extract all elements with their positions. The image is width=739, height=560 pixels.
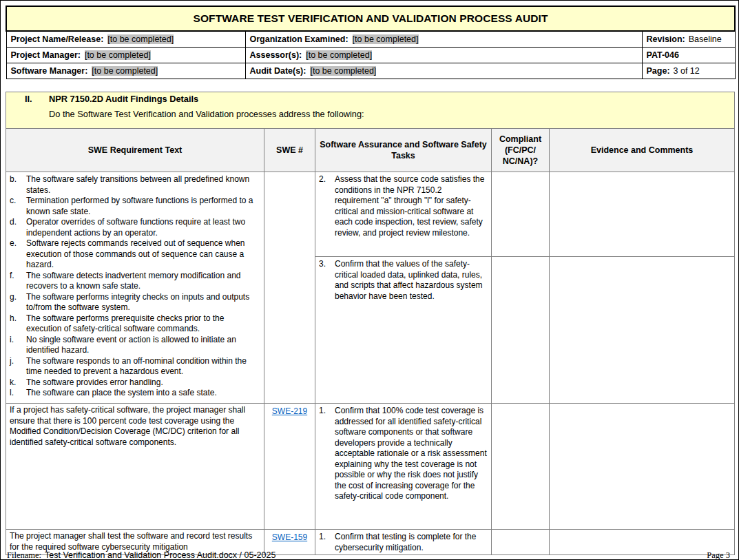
list-text: The software responds to an off-nominal …	[26, 356, 260, 377]
evidence-cell[interactable]	[550, 404, 735, 530]
assessor-placeholder[interactable]: [to be completed]	[306, 50, 372, 60]
task-cell-loaded-data: 3.Confirm that the values of the safety-…	[315, 257, 492, 404]
assessor-label: Assessor(s):	[250, 50, 302, 60]
project-name-label: Project Name/Release:	[11, 34, 104, 44]
section-number: II.	[25, 94, 49, 105]
task-cell-code-coverage: 1.Confirm that 100% code test coverage i…	[315, 404, 492, 530]
task-cell-source-code: 2.Assess that the source code satisfies …	[315, 172, 492, 257]
task-number: 1.	[319, 406, 335, 502]
organization-cell: Organization Examined:[to be completed]	[245, 31, 642, 48]
compliant-header-line1: Compliant	[495, 134, 546, 145]
swe-number-cell-empty	[264, 172, 315, 404]
findings-table: II. NPR 7150.2D Audit Findings Details D…	[6, 92, 735, 555]
column-header-requirement: SWE Requirement Text	[6, 129, 264, 172]
organization-label: Organization Examined:	[250, 34, 348, 44]
list-text: The software can place the system into a…	[26, 388, 260, 399]
revision-cell: Revision:Baseline	[642, 31, 735, 48]
audit-date-cell: Audit Date(s):[to be completed]	[245, 63, 642, 79]
swe-number-cell: SWE-219	[264, 404, 315, 530]
task-text: Confirm that 100% code test coverage is …	[335, 406, 488, 502]
list-text: The software performs prerequisite check…	[26, 313, 260, 335]
pat-number-cell: PAT-046	[642, 48, 735, 63]
page-number-value: 3 of 12	[674, 66, 700, 76]
list-letter: f.	[10, 271, 26, 292]
page-number-label: Page:	[647, 66, 670, 76]
revision-value: Baseline	[689, 34, 722, 44]
list-letter: h.	[10, 313, 26, 335]
filename-label: Filename:	[7, 550, 41, 560]
document-title: SOFTWARE TEST VERIFICATION AND VALIDATIO…	[6, 6, 735, 31]
compliant-cell[interactable]	[492, 404, 550, 530]
audit-document-page: SOFTWARE TEST VERIFICATION AND VALIDATIO…	[0, 0, 739, 560]
audit-date-placeholder[interactable]: [to be completed]	[310, 66, 376, 76]
swe-219-link[interactable]: SWE-219	[272, 406, 307, 417]
project-name-cell: Project Name/Release:[to be completed]	[6, 31, 245, 48]
section-banner: II. NPR 7150.2D Audit Findings Details D…	[6, 92, 735, 129]
list-text: No single software event or action is al…	[26, 335, 260, 356]
footer-page-number: Page 3	[707, 550, 730, 560]
list-text: The software performs integrity checks o…	[26, 292, 260, 313]
list-letter: b.	[10, 174, 26, 196]
software-manager-cell: Software Manager:[to be completed]	[6, 63, 245, 79]
list-letter: c.	[10, 196, 26, 217]
swe-159-link[interactable]: SWE-159	[272, 532, 307, 543]
revision-label: Revision:	[647, 34, 685, 44]
list-text: The software detects inadvertent memory …	[26, 271, 260, 292]
task-text: Confirm that the values of the safety-cr…	[335, 259, 488, 302]
column-header-compliant: Compliant (FC/PC/ NC/NA)?	[492, 129, 550, 172]
list-letter: l.	[10, 388, 26, 399]
list-letter: e.	[10, 238, 26, 271]
assessor-cell: Assessor(s):[to be completed]	[245, 48, 642, 63]
list-letter: k.	[10, 377, 26, 388]
section-heading: NPR 7150.2D Audit Findings Details	[49, 94, 198, 105]
list-letter: i.	[10, 335, 26, 356]
evidence-cell[interactable]	[550, 257, 735, 404]
list-text: Termination performed by software functi…	[26, 196, 260, 217]
compliant-cell[interactable]	[492, 172, 550, 257]
project-name-placeholder[interactable]: [to be completed]	[107, 34, 174, 44]
list-text: Operator overrides of software functions…	[26, 217, 260, 238]
requirement-cell-safety-list: b.The software safely transitions betwee…	[6, 172, 264, 404]
table-row: b.The software safely transitions betwee…	[6, 172, 735, 257]
project-manager-cell: Project Manager:[to be completed]	[6, 48, 245, 63]
column-header-swe: SWE #	[264, 129, 315, 172]
requirement-cell-swe-219: If a project has safety-critical softwar…	[6, 404, 264, 530]
organization-placeholder[interactable]: [to be completed]	[353, 34, 419, 44]
header-table: SOFTWARE TEST VERIFICATION AND VALIDATIO…	[6, 6, 736, 79]
filename-value: Test Verification and Validation Process…	[45, 550, 275, 560]
compliant-header-line3: NC/NA)?	[495, 156, 546, 167]
list-letter: g.	[10, 292, 26, 313]
evidence-cell[interactable]	[550, 172, 735, 257]
column-header-tasks: Software Assurance and Software Safety T…	[315, 129, 492, 172]
column-header-evidence: Evidence and Comments	[550, 129, 735, 172]
compliant-cell[interactable]	[492, 257, 550, 404]
project-manager-placeholder[interactable]: [to be completed]	[85, 50, 151, 60]
task-text: Assess that the source code satisfies th…	[335, 174, 488, 238]
project-manager-label: Project Manager:	[11, 50, 81, 60]
task-number: 2.	[319, 174, 335, 238]
task-number: 3.	[319, 259, 335, 302]
page-footer: Filename:Test Verification and Validatio…	[7, 548, 730, 560]
compliant-header-line2: (FC/PC/	[495, 145, 546, 156]
list-letter: j.	[10, 356, 26, 377]
table-row: If a project has safety-critical softwar…	[6, 404, 735, 530]
list-text: The software safely transitions between …	[26, 174, 260, 196]
software-manager-label: Software Manager:	[11, 66, 88, 76]
software-manager-placeholder[interactable]: [to be completed]	[92, 66, 158, 76]
list-text: The software provides error handling.	[26, 377, 260, 388]
section-subheading: Do the Software Test Verification and Va…	[49, 109, 731, 120]
list-text: Software rejects commands received out o…	[26, 238, 260, 271]
page-number-cell: Page:3 of 12	[642, 63, 735, 79]
footer-filename: Filename:Test Verification and Validatio…	[7, 548, 275, 560]
audit-date-label: Audit Date(s):	[250, 66, 306, 76]
list-letter: d.	[10, 217, 26, 238]
pat-number: PAT-046	[647, 50, 679, 60]
